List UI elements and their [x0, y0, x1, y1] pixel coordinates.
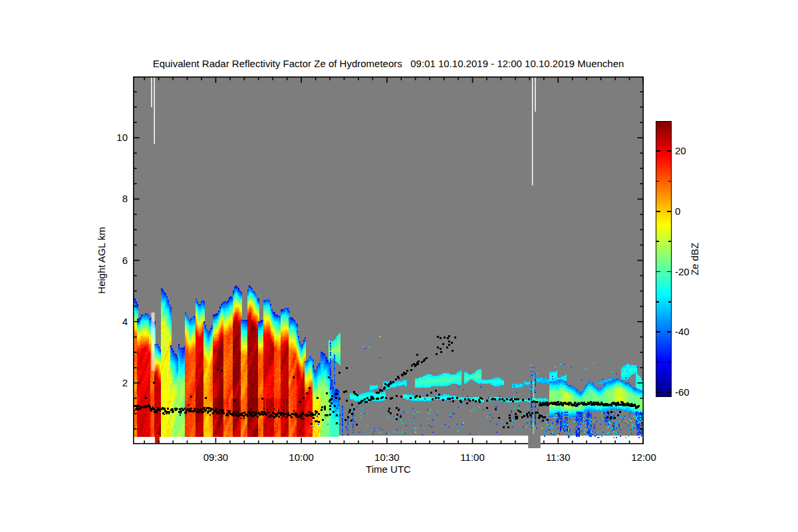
colorbar-tick-label: -40: [675, 326, 704, 337]
colorbar-tick: [656, 271, 660, 273]
colorbar-tick: [656, 241, 659, 242]
colorbar-tick-label: -20: [675, 266, 704, 277]
y-tick-label: 4: [98, 316, 128, 327]
colorbar-tick: [656, 362, 659, 363]
x-tick-label: 12:00: [624, 452, 664, 463]
radar-heatmap-canvas: [133, 76, 644, 450]
colorbar-tick-label: 0: [675, 205, 704, 217]
colorbar-tick: [656, 150, 660, 152]
colorbar-tick: [668, 241, 671, 242]
colorbar-tick: [656, 181, 659, 182]
colorbar-tick: [667, 392, 671, 393]
colorbar-tick-label: 20: [675, 145, 704, 156]
y-tick-label: 10: [98, 132, 128, 143]
x-axis-label: Time UTC: [322, 464, 455, 475]
colorbar-tick: [668, 301, 671, 303]
colorbar-tick: [656, 392, 660, 393]
x-tick-label: 09:30: [196, 452, 235, 463]
colorbar-tick: [667, 331, 671, 332]
colorbar-label: Ze dBZ: [689, 219, 700, 299]
x-tick-label: 10:30: [367, 452, 407, 463]
colorbar-tick: [656, 301, 659, 303]
colorbar-tick-label: -60: [675, 386, 704, 398]
x-tick-label: 10:00: [281, 452, 321, 463]
colorbar-tick: [656, 331, 660, 332]
y-tick-label: 8: [98, 193, 128, 204]
colorbar-tick: [668, 181, 671, 182]
y-tick-label: 2: [98, 377, 128, 388]
colorbar-tick: [667, 211, 671, 212]
colorbar-tick: [668, 362, 671, 363]
colorbar-tick: [667, 271, 671, 273]
colorbar-tick: [667, 150, 671, 152]
plot-area: [133, 76, 644, 450]
colorbar-tick: [656, 211, 660, 212]
y-tick-label: 6: [98, 255, 128, 266]
chart-title: Equivalent Radar Reflectivity Factor Ze …: [133, 58, 644, 69]
x-tick-label: 11:00: [453, 452, 493, 463]
colorbar: [656, 121, 672, 397]
x-tick-label: 11:30: [538, 452, 578, 463]
